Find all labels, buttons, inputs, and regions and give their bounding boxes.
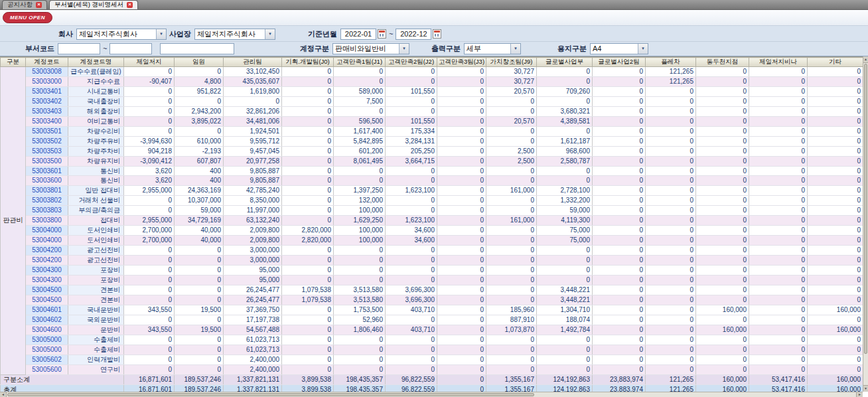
amount-cell[interactable]: 0 [808, 176, 863, 186]
amount-cell[interactable]: 0 [593, 146, 646, 156]
amount-cell[interactable]: 160,000 [808, 384, 863, 392]
amount-cell[interactable]: 0 [437, 355, 486, 364]
account-code-cell[interactable]: 53003503 [26, 146, 68, 156]
amount-cell[interactable]: 9,595,712 [224, 136, 282, 146]
amount-cell[interactable]: 161,000 [486, 216, 537, 226]
account-code-cell[interactable]: 53003000 [26, 76, 68, 86]
amount-cell[interactable]: 0 [282, 96, 334, 106]
account-name-cell[interactable]: 포장비 [68, 276, 124, 285]
amount-cell[interactable]: 0 [386, 176, 437, 186]
account-code-cell[interactable]: 53004200 [26, 256, 68, 266]
scroll-left-icon[interactable]: ◄ [0, 392, 7, 397]
amount-cell[interactable]: 1,397,250 [334, 186, 386, 196]
table-row[interactable]: 53005600연구비002,400,00000000000000 [1, 364, 863, 374]
amount-cell[interactable]: 0 [646, 156, 696, 166]
column-header[interactable]: 글로벌사업부 [537, 58, 593, 67]
table-row[interactable]: 53004601국내운반비343,55019,50037,369,75001,7… [1, 305, 863, 315]
total-row[interactable]: 총계16,871,601189,537,2461,337,821,1313,89… [1, 384, 863, 392]
account-name-cell[interactable]: 해외출장비 [68, 106, 124, 116]
amount-cell[interactable]: 160,000 [808, 374, 863, 384]
amount-cell[interactable]: 0 [696, 86, 749, 96]
amount-cell[interactable]: 0 [282, 186, 334, 196]
amount-cell[interactable]: 0 [486, 364, 537, 374]
amount-cell[interactable]: 101,550 [386, 86, 437, 96]
amount-cell[interactable]: 3,448,221 [537, 285, 593, 295]
amount-cell[interactable]: 2,500 [486, 146, 537, 156]
amount-cell[interactable]: 0 [386, 315, 437, 325]
amount-cell[interactable]: 0 [537, 335, 593, 345]
amount-cell[interactable]: 0 [696, 266, 749, 276]
amount-cell[interactable]: 0 [124, 285, 175, 295]
amount-cell[interactable]: 2,700,000 [124, 236, 175, 246]
amount-cell[interactable]: 1,079,538 [282, 285, 334, 295]
amount-cell[interactable]: 0 [808, 106, 863, 116]
amount-cell[interactable]: 0 [808, 116, 863, 126]
amount-cell[interactable]: 42,785,240 [224, 186, 282, 196]
account-name-cell[interactable]: 포장비 [68, 266, 124, 276]
amount-cell[interactable]: 0 [646, 315, 696, 325]
amount-cell[interactable]: 0 [646, 146, 696, 156]
amount-cell[interactable]: 0 [537, 364, 593, 374]
amount-cell[interactable]: 121,265 [646, 374, 696, 384]
amount-cell[interactable]: 0 [749, 345, 808, 355]
amount-cell[interactable]: 0 [696, 126, 749, 136]
close-icon[interactable]: × [127, 2, 133, 8]
amount-cell[interactable]: 0 [696, 226, 749, 236]
amount-cell[interactable]: 0 [486, 166, 537, 176]
amount-cell[interactable]: 0 [486, 176, 537, 186]
amount-cell[interactable]: 0 [437, 206, 486, 216]
amount-cell[interactable]: 0 [334, 335, 386, 345]
amount-cell[interactable]: 0 [437, 186, 486, 196]
table-row[interactable]: 53003601통신비3,6204009,805,88700000000000 [1, 166, 863, 176]
amount-cell[interactable]: 0 [749, 156, 808, 166]
table-row[interactable]: 53003502차량주유비-3,994,630610,0009,595,7120… [1, 136, 863, 146]
amount-cell[interactable]: 3,000,000 [224, 256, 282, 266]
amount-cell[interactable]: 0 [749, 86, 808, 96]
amount-cell[interactable]: 0 [124, 206, 175, 216]
amount-cell[interactable]: 0 [486, 136, 537, 146]
amount-cell[interactable]: 0 [124, 295, 175, 305]
amount-cell[interactable]: 0 [282, 305, 334, 315]
account-name-cell[interactable]: 수출제비 [68, 345, 124, 355]
amount-cell[interactable]: 0 [749, 106, 808, 116]
amount-cell[interactable]: 3,620 [124, 176, 175, 186]
amount-cell[interactable]: 0 [646, 335, 696, 345]
amount-cell[interactable]: 0 [334, 355, 386, 364]
amount-cell[interactable]: 0 [646, 116, 696, 126]
amount-cell[interactable]: 0 [437, 266, 486, 276]
period-to-input[interactable] [396, 29, 431, 40]
amount-cell[interactable]: 0 [334, 266, 386, 276]
amount-cell[interactable]: 0 [334, 256, 386, 266]
table-row[interactable]: 53003600통신비3,6204009,805,88700000000000 [1, 176, 863, 186]
amount-cell[interactable]: 0 [646, 206, 696, 216]
amount-cell[interactable]: 0 [696, 355, 749, 364]
amount-cell[interactable]: 16,871,601 [124, 374, 175, 384]
amount-cell[interactable]: 1,337,821,131 [224, 374, 282, 384]
amount-cell[interactable]: 0 [808, 256, 863, 266]
amount-cell[interactable]: 0 [593, 206, 646, 216]
account-name-cell[interactable]: 도서인쇄비 [68, 226, 124, 236]
amount-cell[interactable]: 2,820,000 [282, 236, 334, 246]
account-type-select[interactable]: 판매비와일반비 ▼ [332, 43, 409, 54]
amount-cell[interactable]: 0 [175, 345, 224, 355]
amount-cell[interactable]: 0 [282, 146, 334, 156]
amount-cell[interactable]: 0 [437, 276, 486, 285]
table-row[interactable]: 53003400여비교통비03,895,02234,481,0060596,50… [1, 116, 863, 126]
amount-cell[interactable]: 0 [175, 67, 224, 77]
amount-cell[interactable]: 0 [282, 196, 334, 206]
amount-cell[interactable]: 0 [808, 345, 863, 355]
amount-cell[interactable]: 1,304,710 [537, 305, 593, 315]
amount-cell[interactable]: 0 [808, 206, 863, 216]
account-code-cell[interactable]: 53004300 [26, 266, 68, 276]
amount-cell[interactable]: 0 [749, 226, 808, 236]
amount-cell[interactable]: 0 [437, 216, 486, 226]
amount-cell[interactable]: 0 [437, 96, 486, 106]
amount-cell[interactable]: 0 [808, 216, 863, 226]
amount-cell[interactable]: 52,960 [334, 315, 386, 325]
amount-cell[interactable]: 0 [593, 156, 646, 166]
amount-cell[interactable]: 3,000,000 [224, 246, 282, 256]
account-name-cell[interactable]: 급수수료(클레임) [68, 67, 124, 77]
amount-cell[interactable]: 0 [386, 96, 437, 106]
amount-cell[interactable]: 20,977,258 [224, 156, 282, 166]
amount-cell[interactable]: -2,193 [175, 146, 224, 156]
